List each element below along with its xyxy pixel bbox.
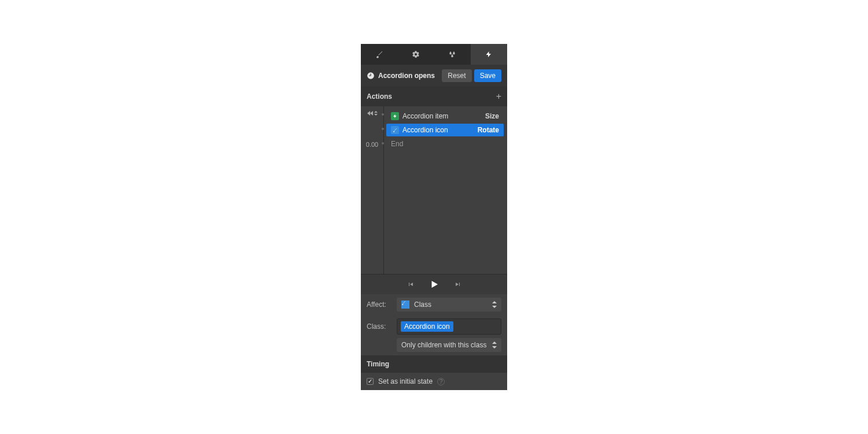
rewind-icon bbox=[367, 111, 373, 116]
drops-icon bbox=[448, 50, 456, 58]
action-element-name: Accordion icon bbox=[402, 126, 474, 134]
sort-icon bbox=[374, 111, 378, 116]
affect-row: Affect: Class bbox=[361, 294, 507, 315]
actions-timeline: 0.00 Accordion item Size Accordion icon … bbox=[361, 106, 507, 274]
play-button[interactable] bbox=[429, 279, 439, 290]
reset-button[interactable]: Reset bbox=[442, 69, 471, 82]
timeline-end-time: 0.00 bbox=[366, 141, 378, 148]
skip-forward-icon bbox=[455, 281, 461, 288]
brush-icon bbox=[401, 301, 406, 305]
timeline-tracks: Accordion item Size Accordion icon Rotat… bbox=[384, 106, 507, 274]
action-property: Rotate bbox=[478, 126, 499, 134]
bolt-icon bbox=[393, 114, 397, 118]
bolt-icon bbox=[485, 51, 492, 58]
chevron-updown-icon bbox=[492, 342, 497, 348]
class-label: Class: bbox=[367, 322, 390, 331]
timeline-end-label: End bbox=[386, 138, 504, 150]
initial-state-checkbox[interactable] bbox=[367, 378, 374, 385]
action-row[interactable]: Accordion item Size bbox=[386, 110, 504, 123]
skip-forward-button[interactable] bbox=[455, 281, 461, 288]
element-icon bbox=[391, 126, 399, 134]
start-marker[interactable] bbox=[367, 111, 378, 116]
tab-effects[interactable] bbox=[434, 44, 471, 65]
play-icon bbox=[429, 279, 439, 290]
tab-settings[interactable] bbox=[397, 44, 434, 65]
element-icon bbox=[391, 112, 399, 120]
clock-icon bbox=[367, 72, 375, 80]
class-chip[interactable]: Accordion icon bbox=[401, 321, 453, 332]
playback-controls bbox=[361, 274, 507, 294]
brush-icon bbox=[375, 50, 383, 58]
animation-title: Accordion opens bbox=[378, 72, 435, 80]
actions-header-label: Actions bbox=[367, 92, 392, 101]
tab-interactions[interactable] bbox=[471, 44, 507, 65]
timeline-gutter: 0.00 bbox=[361, 106, 384, 274]
timing-section-header: Timing bbox=[361, 355, 507, 373]
affect-select[interactable]: Class bbox=[397, 298, 501, 311]
class-scope-value: Only children with this class bbox=[401, 341, 486, 349]
skip-back-icon bbox=[407, 281, 414, 288]
gear-icon bbox=[412, 50, 420, 58]
add-action-button[interactable]: + bbox=[496, 91, 501, 102]
affect-value: Class bbox=[414, 301, 431, 309]
action-property: Size bbox=[485, 112, 499, 120]
action-row-selected[interactable]: Accordion icon Rotate bbox=[386, 124, 504, 136]
save-button[interactable]: Save bbox=[474, 69, 501, 82]
help-icon[interactable]: ? bbox=[437, 378, 445, 385]
class-icon bbox=[401, 301, 409, 309]
chevron-updown-icon bbox=[492, 301, 497, 308]
affect-label: Affect: bbox=[367, 301, 390, 309]
action-element-name: Accordion item bbox=[402, 112, 482, 120]
class-row: Class: Accordion icon bbox=[361, 315, 507, 338]
initial-state-row: Set as initial state ? bbox=[361, 373, 507, 390]
tab-style[interactable] bbox=[361, 44, 397, 65]
skip-back-button[interactable] bbox=[407, 281, 414, 288]
interactions-panel: Accordion opens Reset Save Actions + 0.0… bbox=[361, 44, 507, 390]
actions-section-header: Actions + bbox=[361, 87, 507, 106]
initial-state-label: Set as initial state bbox=[378, 377, 433, 385]
class-input[interactable]: Accordion icon bbox=[397, 318, 501, 335]
panel-tabs bbox=[361, 44, 507, 65]
brush-icon bbox=[393, 128, 397, 132]
class-scope-select[interactable]: Only children with this class bbox=[397, 338, 501, 352]
class-scope-row: Only children with this class bbox=[361, 338, 507, 355]
animation-header: Accordion opens Reset Save bbox=[361, 65, 507, 87]
